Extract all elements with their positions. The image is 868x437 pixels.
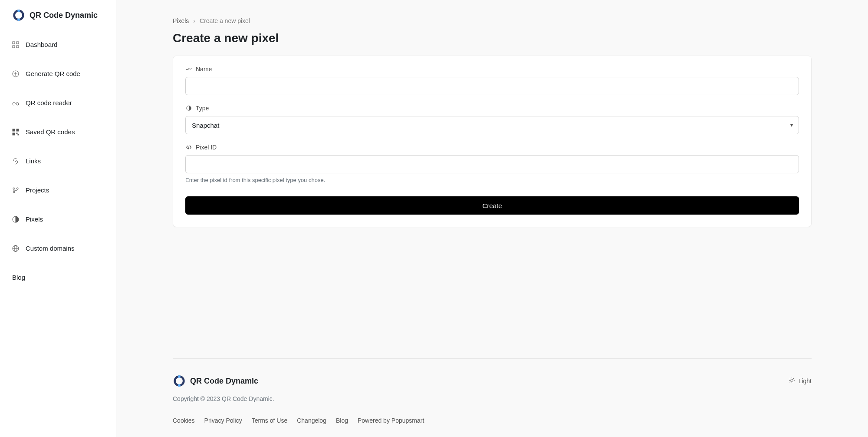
- svg-rect-6: [16, 46, 19, 48]
- svg-point-19: [16, 188, 18, 189]
- sidebar-item-dashboard[interactable]: Dashboard: [7, 35, 109, 54]
- label-text: Name: [196, 66, 212, 73]
- label-text: Type: [196, 105, 209, 112]
- form-card: Name Type Snapchat ▾: [173, 56, 812, 227]
- sidebar-item-label: Projects: [26, 186, 49, 194]
- pixel-id-helper: Enter the pixel id from this specific pi…: [185, 177, 799, 183]
- svg-rect-13: [13, 129, 15, 131]
- breadcrumb-parent[interactable]: Pixels: [173, 17, 189, 24]
- name-label: Name: [185, 66, 799, 73]
- sidebar-item-saved-qr[interactable]: Saved QR codes: [7, 122, 109, 142]
- name-input[interactable]: [185, 77, 799, 95]
- half-circle-icon: [12, 216, 19, 223]
- sidebar-item-custom-domains[interactable]: Custom domains: [7, 238, 109, 258]
- svg-line-35: [793, 382, 793, 382]
- sun-icon: [789, 377, 795, 385]
- pixel-id-input[interactable]: [185, 155, 799, 173]
- sidebar: QR Code Dynamic Dashboard Generate QR co…: [0, 0, 116, 437]
- branch-icon: [12, 187, 19, 194]
- page-title: Create a new pixel: [173, 31, 812, 45]
- name-group: Name: [185, 66, 799, 95]
- sidebar-item-links[interactable]: Links: [7, 151, 109, 171]
- breadcrumb: Pixels › Create a new pixel: [173, 17, 812, 24]
- nav-list: Dashboard Generate QR code QR code reade…: [0, 35, 116, 287]
- glasses-icon: [12, 99, 19, 106]
- sidebar-item-qr-reader[interactable]: QR code reader: [7, 93, 109, 113]
- svg-rect-3: [13, 42, 15, 44]
- pixel-id-group: Pixel ID Enter the pixel id from this sp…: [185, 144, 799, 183]
- sidebar-item-label: Generate QR code: [26, 70, 80, 77]
- svg-line-34: [789, 378, 790, 379]
- footer-link-cookies[interactable]: Cookies: [173, 417, 195, 424]
- sidebar-item-label: Blog: [12, 274, 25, 281]
- qr-icon: [12, 129, 19, 136]
- logo-icon: [173, 374, 186, 387]
- sidebar-item-generate-qr[interactable]: Generate QR code: [7, 64, 109, 83]
- copyright: Copyright © 2023 QR Code Dynamic.: [173, 395, 812, 402]
- create-button[interactable]: Create: [185, 196, 799, 215]
- sidebar-item-label: Links: [26, 157, 41, 165]
- sidebar-item-projects[interactable]: Projects: [7, 180, 109, 200]
- svg-point-27: [178, 375, 181, 378]
- theme-label: Light: [799, 377, 812, 384]
- sidebar-item-label: Custom domains: [26, 245, 75, 252]
- svg-point-26: [175, 377, 184, 386]
- svg-rect-14: [16, 129, 19, 131]
- code-icon: [185, 144, 192, 151]
- grid-icon: [12, 41, 19, 48]
- main-content: Pixels › Create a new pixel Create a new…: [116, 0, 868, 437]
- svg-line-37: [793, 378, 793, 379]
- footer-links: Cookies Privacy Policy Terms of Use Chan…: [173, 417, 812, 424]
- sidebar-item-blog[interactable]: Blog: [7, 268, 109, 287]
- svg-point-11: [16, 103, 19, 105]
- type-select-wrap: Snapchat ▾: [185, 116, 799, 134]
- svg-rect-4: [16, 42, 19, 44]
- sidebar-item-label: Dashboard: [26, 41, 57, 48]
- pixel-id-label: Pixel ID: [185, 144, 799, 151]
- svg-point-10: [13, 103, 15, 105]
- sidebar-item-label: QR code reader: [26, 99, 72, 106]
- chevron-right-icon: ›: [193, 17, 195, 24]
- globe-icon: [12, 245, 19, 252]
- footer-link-powered-by[interactable]: Powered by Popupsmart: [358, 417, 424, 424]
- footer-top: QR Code Dynamic Light: [173, 358, 812, 387]
- logo[interactable]: QR Code Dynamic: [0, 9, 116, 35]
- plus-circle-icon: [12, 70, 19, 77]
- link-icon: [12, 158, 19, 165]
- footer-logo-text: QR Code Dynamic: [190, 377, 258, 386]
- label-text: Pixel ID: [196, 144, 217, 151]
- breadcrumb-current: Create a new pixel: [200, 17, 250, 24]
- footer-link-changelog[interactable]: Changelog: [297, 417, 326, 424]
- footer: QR Code Dynamic Light Copyright © 2023 Q…: [173, 311, 812, 424]
- svg-line-36: [789, 382, 790, 382]
- signature-icon: [185, 66, 192, 73]
- theme-toggle[interactable]: Light: [789, 377, 812, 385]
- sidebar-item-pixels[interactable]: Pixels: [7, 209, 109, 229]
- svg-point-18: [13, 188, 15, 189]
- svg-point-20: [13, 191, 15, 193]
- svg-rect-5: [13, 46, 15, 48]
- footer-logo[interactable]: QR Code Dynamic: [173, 374, 258, 387]
- sidebar-item-label: Saved QR codes: [26, 128, 75, 136]
- svg-rect-15: [13, 133, 15, 135]
- footer-link-terms[interactable]: Terms of Use: [252, 417, 287, 424]
- logo-icon: [12, 9, 25, 22]
- type-select[interactable]: Snapchat: [185, 116, 799, 134]
- footer-link-blog[interactable]: Blog: [336, 417, 348, 424]
- logo-text: QR Code Dynamic: [30, 11, 98, 20]
- svg-point-1: [17, 10, 20, 12]
- type-label: Type: [185, 105, 799, 112]
- sidebar-item-label: Pixels: [26, 215, 43, 223]
- svg-point-0: [14, 11, 23, 20]
- svg-rect-17: [18, 134, 19, 135]
- footer-link-privacy[interactable]: Privacy Policy: [204, 417, 242, 424]
- svg-rect-16: [16, 133, 17, 134]
- type-group: Type Snapchat ▾: [185, 105, 799, 134]
- svg-point-28: [178, 384, 181, 387]
- svg-point-29: [790, 379, 793, 382]
- half-circle-icon: [185, 105, 192, 112]
- svg-point-2: [17, 19, 20, 21]
